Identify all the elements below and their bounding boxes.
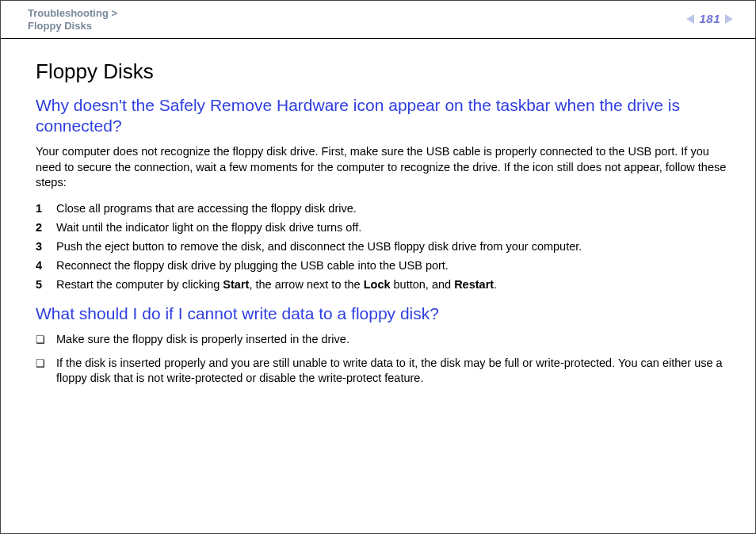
breadcrumb-separator: >: [111, 7, 117, 19]
question-1-steps: 1 Close all programs that are accessing …: [36, 202, 728, 291]
step-text-part: Restart the computer by clicking: [56, 278, 223, 291]
next-page-icon[interactable]: [725, 14, 733, 24]
step-text: Close all programs that are accessing th…: [56, 202, 728, 215]
step-text-part: .: [494, 278, 497, 291]
breadcrumb-page: Floppy Disks: [28, 20, 92, 32]
step-text-bold: Restart: [454, 278, 494, 291]
question-1-intro: Your computer does not recognize the flo…: [36, 144, 728, 191]
bullet-text: If the disk is inserted properly and you…: [56, 356, 728, 387]
document-page: Troubleshooting > Floppy Disks 181 Flopp…: [0, 0, 756, 534]
step-item: 2 Wait until the indicator light on the …: [36, 221, 728, 234]
step-number: 3: [36, 240, 45, 253]
prev-page-icon[interactable]: [686, 14, 694, 24]
step-number: 1: [36, 202, 45, 215]
step-text-bold: Start: [223, 278, 249, 291]
step-text: Wait until the indicator light on the fl…: [56, 221, 728, 234]
step-item: 3 Push the eject button to remove the di…: [36, 240, 728, 253]
step-text: Push the eject button to remove the disk…: [56, 240, 728, 253]
step-item: 1 Close all programs that are accessing …: [36, 202, 728, 215]
question-2-heading: What should I do if I cannot write data …: [36, 303, 728, 324]
page-title: Floppy Disks: [36, 59, 728, 84]
step-number: 2: [36, 221, 45, 234]
step-number: 5: [36, 278, 45, 291]
bullet-text: Make sure the floppy disk is properly in…: [56, 332, 728, 348]
page-number: 181: [699, 12, 720, 25]
step-item: 4 Reconnect the floppy disk drive by plu…: [36, 259, 728, 272]
page-navigator: 181: [686, 12, 733, 25]
question-2-bullets: ❑ Make sure the floppy disk is properly …: [36, 332, 728, 387]
bullet-item: ❑ If the disk is inserted properly and y…: [36, 356, 728, 387]
bullet-marker-icon: ❑: [36, 357, 45, 371]
page-content: Floppy Disks Why doesn't the Safely Remo…: [1, 39, 755, 387]
breadcrumb-section: Troubleshooting: [28, 7, 109, 19]
step-item: 5 Restart the computer by clicking Start…: [36, 278, 728, 291]
question-1-heading: Why doesn't the Safely Remove Hardware i…: [36, 95, 728, 137]
step-text: Restart the computer by clicking Start, …: [56, 278, 728, 291]
page-header: Troubleshooting > Floppy Disks 181: [1, 1, 755, 39]
step-text-part: button, and: [391, 278, 455, 291]
bullet-item: ❑ Make sure the floppy disk is properly …: [36, 332, 728, 348]
step-text-bold: Lock: [364, 278, 391, 291]
breadcrumb: Troubleshooting > Floppy Disks: [28, 7, 117, 33]
step-text: Reconnect the floppy disk drive by plugg…: [56, 259, 728, 272]
step-text-part: , the arrow next to the: [249, 278, 363, 291]
bullet-marker-icon: ❑: [36, 333, 45, 347]
step-number: 4: [36, 259, 45, 272]
